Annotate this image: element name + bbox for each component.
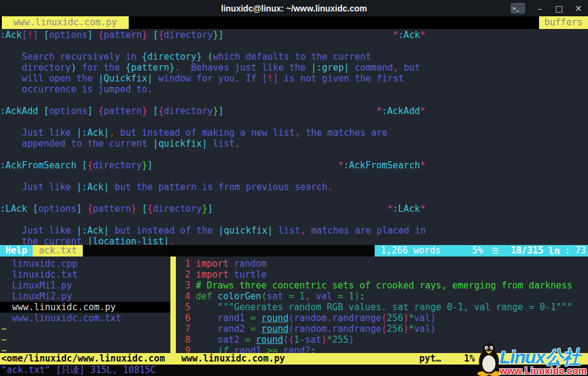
text-segment: >= (267, 345, 283, 353)
minimize-button[interactable]: – (535, 4, 544, 13)
code-line: 9 if rand1 >= rand2: (176, 345, 588, 353)
text-segment: [ (44, 106, 49, 116)
help-line: :AckFromSearch [{directory}]*:AckFromSea… (0, 160, 588, 171)
text-segment (202, 51, 207, 62)
code-line: 5 """Generates random RGB values. sat ra… (176, 302, 588, 313)
code-text: sat2 = round((1-sat)*255) (196, 334, 354, 345)
code-line: 6 rand1 = round(random.randrange(256)*va… (176, 313, 588, 323)
text-segment: :Ack (0, 30, 22, 40)
text-segment: directory (153, 203, 202, 214)
text-segment: } (142, 106, 147, 116)
text-segment: rand2 (283, 345, 311, 353)
text-segment: directory (164, 106, 213, 116)
help-line (0, 193, 588, 203)
bottombar-filler (285, 353, 419, 365)
window-controls: >_ – □ ✕ (511, 0, 583, 16)
text-segment: Search recursively in (0, 51, 142, 62)
text-segment (82, 203, 87, 214)
text-segment: , (300, 225, 306, 236)
help-line (0, 116, 588, 127)
file-explorer-pane[interactable]: linuxidc.cpp linuxidc.txt LinuxMi1.py Li… (0, 257, 170, 353)
text-segment: |:Ack| (76, 182, 109, 193)
text-segment: 256 (387, 323, 403, 334)
text-segment: { (88, 203, 93, 214)
text-segment (147, 30, 153, 40)
text-segment: , (393, 62, 398, 73)
text-segment: {pattern} (126, 62, 175, 73)
text-segment: :AckFromSearch (344, 160, 420, 171)
text-segment: window for you (153, 73, 234, 84)
text-segment: random.randrange (294, 313, 382, 323)
code-text: import turtle (196, 269, 267, 280)
file-list-item[interactable]: linuxidc.txt (1, 269, 170, 280)
text-segment: """Generates random RGB values. sat rang… (196, 302, 572, 313)
text-segment: def (196, 291, 218, 302)
text-segment: , (295, 127, 300, 138)
text-segment: |:grep| (311, 62, 349, 73)
text-segment: :LAck (0, 203, 27, 214)
help-line: Just like |:Ack| but instead of the |qui… (0, 225, 588, 236)
help-line (0, 95, 588, 106)
text-segment: [ (153, 106, 158, 116)
word-count: 1,266 words (381, 245, 441, 257)
file-list-item[interactable]: linuxidc.cpp (1, 258, 170, 269)
help-pane[interactable]: :Ack[!] [options] {pattern} [{directory}… (0, 29, 588, 245)
tabline-buffers-label[interactable]: buffers (539, 16, 588, 29)
text-segment: pattern (104, 30, 142, 40)
file-list-item[interactable]: www.linuxidc.com.txt (1, 313, 170, 323)
line-number: 4 (176, 291, 190, 302)
close-button[interactable]: ✕ (573, 4, 583, 13)
help-line (0, 149, 588, 160)
text-segment: random.randrange (294, 323, 382, 334)
file-list-item[interactable]: LinuxMi1.py (1, 280, 170, 291)
text-segment: * (420, 203, 425, 214)
text-segment: 1 (349, 291, 354, 302)
vertical-split-divider[interactable] (170, 257, 176, 353)
text-segment: [ (22, 30, 27, 40)
text-segment: [ (262, 73, 268, 84)
text-segment: ] (273, 73, 279, 84)
text-segment: :AckFromSearch (0, 160, 76, 171)
code-line: 1import random (176, 258, 588, 269)
help-tag-link[interactable]: *:AckAdd* (376, 106, 425, 116)
empty-line-tilde: ~ (1, 334, 170, 345)
text-segment: * (387, 203, 393, 214)
position-separator: : (565, 245, 570, 257)
text-segment: ) (430, 313, 436, 323)
maximize-button[interactable]: □ (554, 4, 564, 13)
text-segment: { (158, 106, 164, 116)
text-segment: = (250, 313, 261, 323)
help-line (0, 171, 588, 182)
text-segment: which defaults to the current (213, 51, 371, 62)
text-segment: val (414, 313, 430, 323)
vim-command-line[interactable]: "ack.txt" [只读] 315L, 10815C (0, 365, 588, 376)
text-segment: |quickfix| (218, 225, 273, 236)
text-segment: appended to the current (0, 138, 153, 149)
text-segment: { (147, 203, 153, 214)
text-segment: round (261, 323, 288, 334)
split-area: linuxidc.cpp linuxidc.txt LinuxMi1.py Li… (0, 257, 588, 353)
help-line: directory) for the {pattern}. Behaves ju… (0, 62, 588, 73)
help-tag-link[interactable]: *:LAck* (387, 203, 425, 214)
text-segment: rand2 (196, 323, 250, 334)
text-segment: : (311, 345, 316, 353)
file-percent: 1% (464, 353, 475, 365)
file-list-item-selected[interactable]: www.linuxidc.com.py (0, 302, 170, 313)
file-list-item[interactable]: LinuxMi2.py (1, 291, 170, 302)
ln-label: ln (548, 245, 560, 257)
text-segment (27, 203, 33, 214)
tabline-spacer (129, 16, 539, 29)
text-segment (147, 106, 153, 116)
help-line: Search recursively in {directory} (which… (0, 51, 588, 62)
code-line: 7 rand2 = round(random.randrange(256)*va… (176, 323, 588, 334)
tab-active-buffer[interactable]: www.linuxidc.com.py (2, 16, 129, 29)
help-tag-link[interactable]: *:AckFromSearch* (338, 160, 426, 171)
text-segment: ( (207, 51, 213, 62)
text-segment: ) (430, 323, 436, 334)
help-tag-link[interactable]: *:Ack* (393, 30, 425, 40)
code-editor-pane[interactable]: 1import random2import turtle3# Draws thr… (176, 257, 588, 353)
text-segment: * (409, 323, 414, 334)
text-segment: directory (164, 30, 213, 40)
text-segment: * (409, 313, 414, 323)
code-line: 4def colorGen(sat = 1, val = 1): (176, 291, 588, 302)
